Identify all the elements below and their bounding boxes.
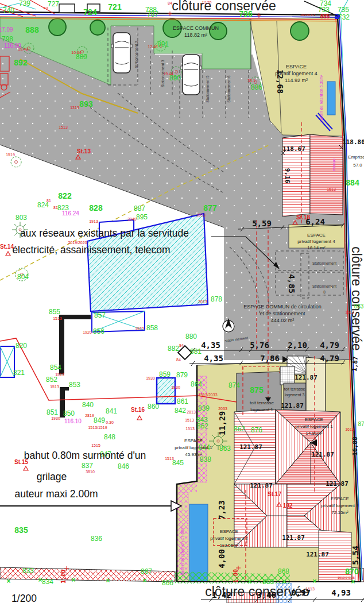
label-r2013a: 2013 — [196, 213, 206, 217]
label-r1613b: 1613 — [345, 310, 354, 314]
label-n851: 851 — [47, 408, 58, 416]
label-stat7a: Stationnement — [312, 261, 336, 265]
label-n884: 884 — [346, 178, 359, 187]
label-n857: 857 — [94, 311, 106, 319]
label-r1613a: 1613 — [327, 187, 336, 191]
label-circ1: ESPACE COMMUN de circulation — [243, 304, 321, 310]
label-r2033b: 2033 — [218, 407, 227, 411]
label-el4: 121.87 — [311, 451, 334, 458]
label-st17: St.17 — [268, 491, 281, 497]
label-d1688: 16,88 — [351, 436, 359, 455]
label-el6: 121.87 — [326, 480, 348, 488]
label-n870: 870 — [345, 567, 359, 576]
label-r1515: 1515 — [91, 443, 100, 447]
label-n892: 892 — [14, 58, 28, 67]
label-r1513d: 1513 — [50, 385, 59, 389]
label-d479a: 4,79 — [320, 341, 339, 350]
label-r1513g: 1513 — [165, 457, 174, 461]
label-e4sb: privatif logement 4 — [297, 239, 335, 244]
label-d576: 5,76 — [250, 341, 269, 350]
label-n853: 853 — [69, 381, 80, 389]
label-n828: 828 — [89, 203, 103, 212]
label-stat3: Stationnement 3 — [161, 60, 165, 87]
label-m11624: 116.24 — [62, 210, 79, 217]
label-rres: réseau — [332, 159, 336, 171]
label-r1930a: 1930 — [51, 416, 60, 420]
tree-icon — [90, 20, 105, 35]
label-n846: 846 — [118, 462, 129, 470]
label-r1513a: 1513 — [59, 125, 68, 129]
label-circ3: 444.02 m² — [271, 318, 295, 323]
label-el2: 121.87 — [281, 402, 304, 409]
label-e4sa: ESPACE — [307, 233, 326, 238]
label-n842: 842 — [175, 407, 186, 415]
label-d559: 5,59 — [252, 219, 272, 228]
label-n878: 878 — [211, 295, 222, 303]
label-el8: 121.87 — [306, 551, 329, 558]
label-e2Rc: 72.15m² — [331, 510, 348, 515]
label-r111: 111/2B — [202, 1, 212, 4]
label-title-top: clôture conservée — [172, 0, 276, 13]
label-d493: 4,93 — [331, 588, 351, 597]
label-e2Lb: privatif logement 2 — [210, 536, 248, 541]
label-d485: 4,85 — [287, 274, 296, 293]
label-r3810: 3810 — [86, 470, 95, 474]
label-e4c: 114.92 m² — [285, 78, 308, 83]
label-bah1: bahut 0.80m surmonté d'un — [24, 450, 146, 461]
label-d346: 3,46 — [257, 590, 276, 600]
label-n733: 733 — [318, 6, 330, 14]
label-gx7: × — [282, 578, 286, 586]
label-n836: 836 — [91, 535, 102, 543]
label-title-right: clôture conservée — [349, 246, 364, 351]
label-r1930c: 1930 — [171, 385, 180, 389]
label-r1513b: 1513 — [53, 316, 62, 320]
label-r1948: 19.48 — [18, 47, 28, 51]
label-n859: 859 — [159, 370, 171, 378]
label-n860: 860 — [148, 403, 159, 411]
label-n854: 854 — [50, 364, 61, 372]
label-n868: 868 — [278, 567, 289, 575]
label-r2813: 2813 — [187, 410, 196, 414]
label-gx4: × — [106, 577, 110, 585]
label-r81b: 81 — [53, 206, 58, 210]
label-r1513f: 1513 — [185, 427, 195, 431]
label-e1c: 14.81m² — [305, 431, 323, 436]
label-d786: 7,86 — [260, 354, 280, 363]
label-tt3b: logement 3 — [285, 393, 305, 397]
label-r1913: 1913 — [89, 219, 98, 223]
label-tt3a: toit terrasse — [284, 387, 305, 391]
label-n852: 852 — [46, 376, 57, 384]
label-bah3: auteur maxi 2.00m — [15, 488, 98, 500]
label-empB: 57.0 — [353, 163, 362, 168]
apple-tree-icon — [11, 157, 21, 167]
label-d097: 0,97 — [291, 588, 311, 597]
label-n834: 834 — [42, 578, 53, 586]
label-d187: 1,87 — [351, 356, 359, 372]
label-n883: 883 — [354, 303, 364, 310]
label-n874: 874 — [229, 381, 240, 389]
label-e1a: ESPACE — [305, 417, 323, 422]
label-n895: 895 — [136, 213, 148, 221]
label-n858: 858 — [146, 324, 158, 332]
label-bass1768: bassin de rétention 17.68m³ — [180, 525, 184, 575]
label-r1923: 1923 — [135, 327, 144, 331]
label-bass530: bassin de rétention 5.30m³ — [319, 75, 323, 123]
label-n820: 820 — [16, 342, 27, 350]
label-d400: 4,00 — [217, 549, 226, 569]
label-r84c: 84 — [179, 343, 184, 347]
label-r2819: 2819 — [85, 413, 94, 418]
label-n736: 736 — [239, 9, 253, 18]
label-tt1b: logement 1 — [250, 407, 273, 412]
label-n885: 885 — [320, 13, 330, 20]
label-m11610: 116.10 — [64, 418, 82, 424]
label-n863: 863 — [219, 444, 231, 453]
label-d1129: 11,29 — [218, 411, 227, 435]
label-n821: 821 — [13, 369, 25, 377]
site-plan-svg: clôture conservéeclôture conservéeclôtur… — [0, 0, 364, 603]
label-r301: 30.1 — [247, 79, 255, 83]
label-r1248: 12.48 — [148, 45, 158, 49]
label-d916: 9,16 — [284, 168, 291, 184]
label-r102: 102 — [283, 502, 293, 509]
label-stat6: Stationnement 6 — [227, 75, 231, 103]
label-e2La: ESPACE — [220, 529, 238, 534]
